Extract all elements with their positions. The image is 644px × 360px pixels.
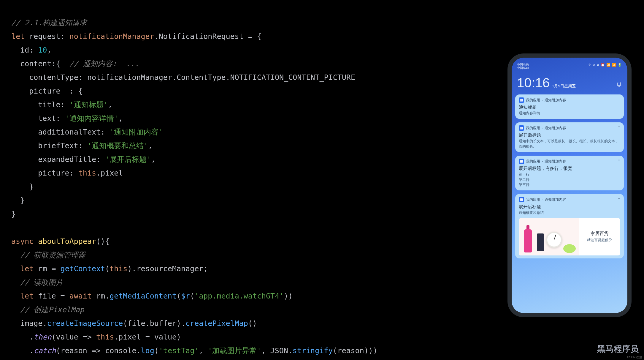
notif-title: 展开后标题 (519, 204, 620, 210)
notif-extra: 通知附加内容 (545, 159, 566, 164)
string: '展开后标题' (105, 155, 151, 164)
func: log (141, 346, 154, 355)
member: .resourceManager; (132, 264, 208, 273)
identifier: image (20, 319, 42, 328)
func: $r (181, 292, 190, 300)
number: 10 (38, 46, 47, 54)
string: 'app.media.watchGT4' (194, 292, 284, 300)
prop: expandedTitle (38, 155, 96, 164)
comment: // 2.1.构建通知请求 (11, 18, 87, 27)
member: .buffer (145, 319, 177, 328)
comment: // 获取资源管理器 (20, 251, 85, 259)
prop: content (20, 59, 51, 68)
watermark: 黑马程序员 (597, 343, 639, 355)
notification-card-picture[interactable]: ⌃ ⊞ 我的应用 · 通知附加内容 展开后标题 通知概要和总结 家居百货 精选百… (515, 194, 624, 258)
notif-title: 展开后标题 (519, 132, 620, 138)
string: '通知内容详情' (65, 114, 118, 123)
comment: // 通知内容: ... (69, 59, 139, 68)
type-ref: notificationManager (69, 32, 154, 41)
notif-title: 通知标题 (519, 105, 620, 110)
comment: // 读取图片 (20, 278, 63, 287)
promo-title: 家居百货 (591, 231, 608, 236)
app-name: 我的应用 (526, 126, 540, 131)
status-bar: 中国电信 中国移动 ✈ ⊘ ⧉ ⏰ 📶 📶 🔋 (515, 62, 624, 70)
identifier: value (154, 333, 177, 341)
product-image (519, 218, 579, 255)
carrier-label: 中国电信 中国移动 (517, 63, 529, 70)
string: '加载图片异常' (208, 346, 261, 355)
keyword-this: this (110, 264, 127, 273)
chevron-up-icon[interactable]: ⌃ (617, 197, 621, 202)
string: '通知附加内容' (110, 128, 163, 136)
prop: picture (38, 169, 69, 177)
notification-card[interactable]: ⊞ 我的应用 · 通知附加内容 通知标题 通知内容详情 (515, 94, 624, 119)
string: '通知标题' (69, 100, 108, 109)
app-icon: ⊞ (519, 159, 524, 164)
identifier: file (127, 319, 145, 328)
keyword-await: await (69, 292, 92, 300)
punct: = { (244, 32, 261, 41)
func: createImageSource (47, 319, 123, 328)
param: reason (61, 346, 87, 355)
func: getContext (61, 264, 105, 273)
chevron-up-icon[interactable]: ⌃ (617, 125, 621, 130)
notif-body: 第一行 第二行 第三行 (519, 172, 620, 187)
fruit-icon (563, 244, 576, 253)
app-icon: ⊞ (519, 197, 524, 202)
promo-subtitle: 精选百货超低价 (587, 238, 612, 243)
clock-row: 10:16 1月5日星期五 (515, 70, 624, 94)
type-ref: .NotificationRequest (154, 32, 244, 41)
keyword-let: let (20, 264, 34, 273)
prop: briefText (38, 141, 78, 150)
app-name: 我的应用 (526, 197, 540, 202)
status-icons: ✈ ⊘ ⧉ ⏰ 📶 📶 🔋 (589, 63, 622, 67)
notification-card[interactable]: ⌃ ⊞ 我的应用 · 通知附加内容 展开后标题，有多行，很宽 第一行 第二行 第… (515, 156, 624, 190)
clock: 10:16 (517, 75, 550, 90)
func: getMediaContent (110, 292, 177, 300)
notif-body: 通知中的长文本，可以是很长、很长、很长、很长很长的文本，真的很长。 (519, 139, 620, 149)
app-icon: ⊞ (519, 97, 524, 103)
identifier: rm (38, 264, 47, 273)
string: '通知概要和总结' (87, 141, 148, 150)
method: then (34, 333, 51, 341)
notif-extra: 通知附加内容 (545, 98, 566, 103)
notif-body: 通知概要和总结 (519, 210, 620, 215)
enum-ns: notificationManager.ContentType. (87, 73, 230, 82)
keyword-let: let (11, 32, 25, 41)
func: createPixelMap (185, 319, 248, 328)
prop: contentType (29, 73, 78, 82)
keyword-this: this (96, 333, 114, 341)
method: catch (34, 346, 56, 355)
identifier: file (38, 292, 56, 300)
method-name: aboutToAppear (38, 237, 96, 246)
identifier: request (29, 32, 60, 41)
identifier: JSON (270, 346, 288, 355)
prop: id (20, 46, 29, 54)
notification-card[interactable]: ⌃ ⊞ 我的应用 · 通知附加内容 展开后标题 通知中的长文本，可以是很长、很长… (515, 122, 624, 152)
watermark-small: CSDN @温 (627, 355, 642, 359)
phone-mockup: 中国电信 中国移动 ✈ ⊘ ⧉ ⏰ 📶 📶 🔋 10:16 1月5日星期五 ⊞ … (507, 53, 632, 317)
string: 'testTag' (159, 346, 199, 355)
keyword-async: async (11, 237, 34, 246)
keyword-this: this (78, 169, 96, 177)
prop: picture (29, 87, 60, 95)
comment: // 创建PixelMap (20, 305, 84, 314)
bottle-icon (524, 229, 532, 252)
identifier: reason (337, 346, 364, 355)
chevron-up-icon[interactable]: ⌃ (617, 159, 621, 163)
code-editor: // 2.1.构建通知请求 let request: notificationM… (11, 2, 377, 360)
func: stringify (293, 346, 333, 355)
app-name: 我的应用 (526, 159, 540, 164)
phone-screen: 中国电信 中国移动 ✈ ⊘ ⧉ ⏰ 📶 📶 🔋 10:16 1月5日星期五 ⊞ … (512, 58, 627, 313)
notif-extra: 通知附加内容 (545, 126, 566, 131)
prop: title (38, 100, 60, 109)
member: .pixel (114, 333, 141, 341)
watch-icon (546, 232, 562, 248)
box-icon (537, 233, 544, 251)
date: 1月5日星期五 (552, 83, 575, 89)
identifier: rm (96, 292, 105, 300)
notif-title: 展开后标题，有多行，很宽 (519, 166, 620, 171)
identifier: console (105, 346, 136, 355)
bell-icon[interactable] (616, 80, 622, 86)
keyword-let: let (20, 292, 34, 300)
